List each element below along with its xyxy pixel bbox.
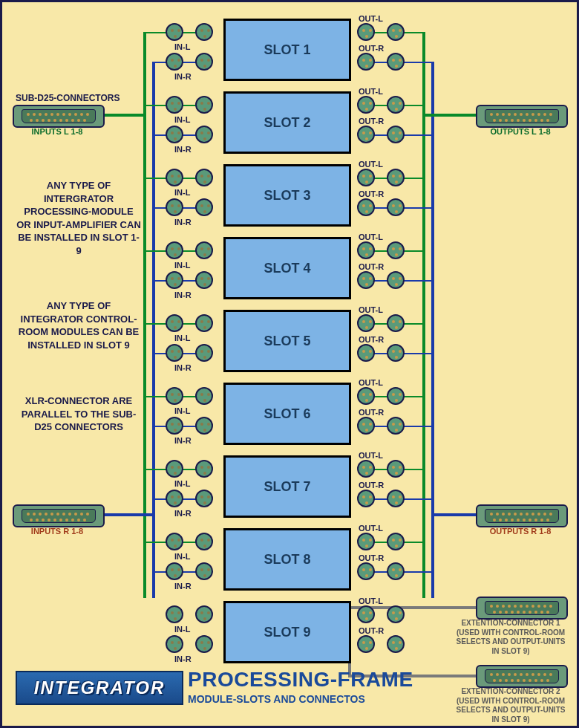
xlr-icon [166,53,183,71]
label-out-r: OUT-R [359,481,384,490]
xlr-icon [166,271,183,289]
title-sub: MODULE-SLOTS AND CONNECTOS [188,693,413,705]
xlr-icon [357,241,375,259]
xlr-icon [195,271,213,289]
label-out-l: OUT-L [359,597,383,605]
xlr-icon [166,126,183,143]
xlr-icon [195,387,213,405]
label-in-l: IN-L [174,188,190,197]
label-in-r: IN-R [174,145,192,154]
xlr-icon [357,387,375,405]
info-p3: XLR-CONNECTOR ARE PARALLEL TO THE SUB-D2… [16,394,142,434]
subd25-ext1 [476,597,568,620]
xlr-icon [357,271,375,289]
label-outputs-l: OUTPUTS L 1-8 [476,127,565,136]
subd25-outputs-l [476,105,568,128]
label-out-r: OUT-R [359,553,384,562]
xlr-icon [195,533,213,550]
slot-label: SLOT 5 [264,334,310,349]
label-inputs-l: INPUTS L 1-8 [13,127,102,136]
bus-inputs-r [152,62,155,598]
xlr-icon [166,314,183,332]
title-main: PROCESSING-FRAME [188,668,413,692]
xlr-icon [357,198,375,216]
xlr-icon [357,460,375,478]
label-out-l: OUT-L [359,524,383,533]
xlr-icon [387,417,405,435]
label-out-r: OUT-R [359,408,384,417]
xlr-icon [387,344,405,362]
xlr-icon [195,241,213,259]
xlr-icon [357,344,375,362]
slot-7: SLOT 7 [223,455,351,518]
xlr-icon [195,460,213,478]
xlr-icon [195,53,213,71]
label-inputs-r: INPUTS R 1-8 [13,527,102,536]
xlr-icon [166,417,183,435]
xlr-icon [166,344,183,362]
label-out-r: OUT-R [359,44,384,53]
xlr-icon [195,344,213,362]
subd25-header: SUB-D25-CONNECTORS [16,93,120,103]
xlr-icon [387,533,405,550]
slot-label: SLOT 1 [264,42,310,58]
label-in-r: IN-R [174,363,192,372]
slot-label: SLOT 4 [264,261,310,276]
xlr-icon [195,562,213,580]
label-in-l: IN-L [174,261,190,270]
label-ext2: EXTENTION-CONNECTOR 2 (USED WITH CONTROL… [448,687,574,724]
xlr-icon [387,198,405,216]
xlr-icon [387,460,405,478]
xlr-icon [357,53,375,71]
label-in-r: IN-R [174,509,192,518]
slot-label: SLOT 6 [264,406,310,422]
label-in-r: IN-R [174,290,192,299]
label-in-r: IN-R [174,218,192,227]
label-out-l: OUT-L [359,233,383,241]
xlr-icon [195,417,213,435]
label-in-r: IN-R [174,582,192,591]
slot-3: SLOT 3 [223,164,351,227]
slot-8: SLOT 8 [223,528,351,591]
xlr-icon [357,23,375,41]
xlr-icon [166,533,183,550]
label-out-l: OUT-L [359,451,383,460]
info-p1: ANY TYPE OF INTERGRATOR PROCESSING-MODUL… [16,179,142,257]
xlr-icon [357,126,375,143]
label-in-l: IN-L [174,552,190,561]
label-ext1: EXTENTION-CONNECTOR 1 (USED WITH CONTROL… [448,619,574,656]
xlr-icon [166,605,183,623]
label-out-l: OUT-L [359,160,383,169]
slot-5: SLOT 5 [223,310,351,372]
xlr-icon [166,562,183,580]
xlr-icon [387,241,405,259]
xlr-icon [166,96,183,114]
slot-1: SLOT 1 [223,19,351,81]
trunk-out-l [422,114,479,117]
label-outputs-r: OUTPUTS R 1-8 [476,527,565,536]
xlr-icon [387,490,405,507]
xlr-icon [195,198,213,216]
label-out-r: OUT-R [359,189,384,198]
trunk-out-r [431,513,479,516]
label-in-l: IN-L [174,115,190,124]
xlr-icon [195,635,213,653]
xlr-icon [195,96,213,114]
label-out-l: OUT-L [359,87,383,96]
label-out-r: OUT-R [359,335,384,344]
xlr-icon [357,635,375,653]
xlr-icon [357,169,375,186]
xlr-icon [387,562,405,580]
label-out-r: OUT-R [359,117,384,126]
xlr-icon [387,635,405,653]
subd25-inputs-l [13,105,105,128]
xlr-icon [195,314,213,332]
xlr-icon [166,169,183,186]
label-in-l: IN-L [174,42,190,51]
xlr-icon [387,169,405,186]
label-out-r: OUT-R [359,262,384,271]
label-in-r: IN-R [174,654,192,663]
xlr-icon [387,126,405,143]
xlr-icon [387,605,405,623]
label-in-l: IN-L [174,479,190,488]
